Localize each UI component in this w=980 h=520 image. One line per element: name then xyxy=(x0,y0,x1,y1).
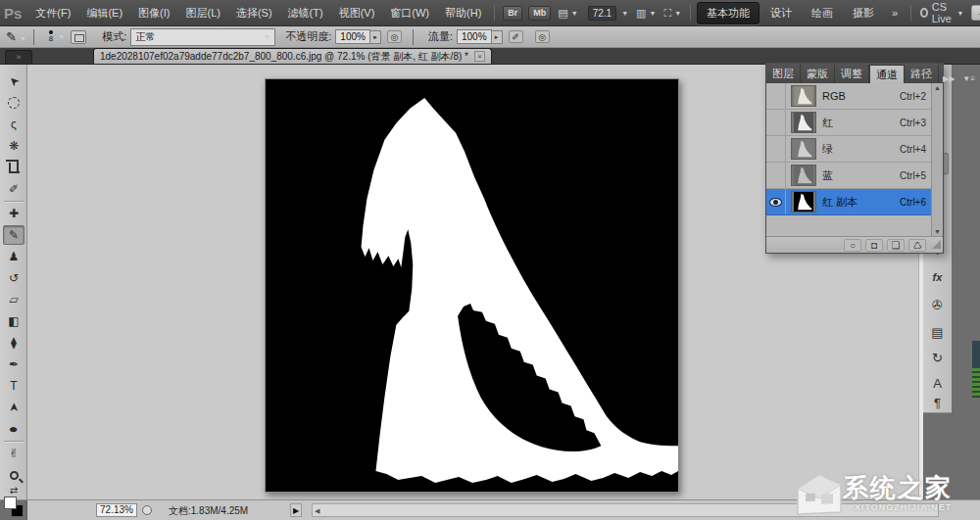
delete-channel-button[interactable]: ♺ xyxy=(908,239,926,252)
minimize-button[interactable]: — xyxy=(972,6,980,20)
opacity-slider-button[interactable]: ▸ xyxy=(370,30,381,44)
history-brush-tool[interactable]: ↺ xyxy=(3,268,24,288)
tab-layers[interactable]: 图层 xyxy=(766,65,801,83)
save-as-channel-button[interactable]: ◘ xyxy=(865,239,883,252)
channels-footer: ○ ◘ ❏ ♺ xyxy=(766,236,943,253)
load-selection-button[interactable]: ○ xyxy=(844,239,861,252)
visibility-toggle[interactable] xyxy=(766,110,786,135)
history-brush-tool-icon: ↺ xyxy=(9,272,19,284)
channel-thumbnail xyxy=(791,138,816,160)
tab-channels[interactable]: 通道 xyxy=(869,65,905,83)
menu-file[interactable]: 文件(F) xyxy=(27,0,78,25)
visibility-toggle[interactable] xyxy=(766,136,786,162)
clone-stamp-tool[interactable]: ♟ xyxy=(3,247,24,266)
eraser-tool[interactable]: ▱ xyxy=(3,290,24,309)
dock-info-button[interactable]: ▤ xyxy=(926,321,949,343)
status-zoom-input[interactable]: 72.13% xyxy=(96,503,137,517)
channel-row-red[interactable]: 红 Ctrl+3 xyxy=(766,110,931,136)
workspace-photography[interactable]: 摄影 xyxy=(844,3,883,24)
zoom-level-dropdown[interactable]: 72.1 ▼ xyxy=(586,6,628,21)
arrange-documents-button[interactable]: ▥▼ xyxy=(636,7,656,20)
tab-paths[interactable]: 路径 xyxy=(905,65,939,83)
scroll-left-icon[interactable]: ◀ xyxy=(315,507,319,515)
crop-tool[interactable] xyxy=(3,158,24,177)
canvas[interactable] xyxy=(265,78,679,493)
view-extras-button[interactable]: ▤▼ xyxy=(558,7,577,20)
screen-mode-button[interactable]: ⛶▼ xyxy=(663,7,681,20)
mode-select[interactable]: 正常 ▼ xyxy=(130,28,275,46)
marquee-tool[interactable] xyxy=(3,93,24,113)
zoom-tool[interactable] xyxy=(3,465,24,485)
collapse-panel-button[interactable]: ▶▶ xyxy=(943,74,955,83)
blur-tool[interactable]: ⧫ xyxy=(3,333,24,353)
workspace-painting[interactable]: 绘画 xyxy=(803,3,842,24)
swap-colors-button[interactable]: ⇄ xyxy=(3,485,24,496)
dock-fx-button[interactable]: fx xyxy=(926,266,949,288)
channel-row-blue[interactable]: 蓝 Ctrl+5 xyxy=(766,163,931,189)
status-popup-button[interactable]: ▶ xyxy=(290,503,302,517)
bridge-button[interactable]: Br xyxy=(503,6,522,21)
airbrush-button[interactable]: ✐ xyxy=(509,30,523,43)
shape-tool[interactable]: ● xyxy=(3,419,24,439)
menu-layer[interactable]: 图层(L) xyxy=(177,0,227,25)
tab-adjustments[interactable]: 调整 xyxy=(835,65,869,83)
dock-3d-rotate-button[interactable]: ↻ xyxy=(926,347,949,368)
flow-input[interactable]: 100% xyxy=(457,29,492,44)
resize-grip[interactable] xyxy=(932,240,941,249)
workspace-design[interactable]: 设计 xyxy=(761,3,801,24)
path-selection-tool[interactable]: ➤ xyxy=(3,398,24,417)
tab-close-button[interactable]: × xyxy=(474,51,485,62)
panel-scrollbar[interactable]: ▲ ▼ xyxy=(931,83,943,236)
panel-menu-button[interactable]: ▼≡ xyxy=(962,74,975,83)
dock-character-button[interactable]: A xyxy=(926,372,949,394)
tool-preset-picker[interactable]: ✎▼ xyxy=(6,29,26,44)
brush-tool[interactable]: ✎ xyxy=(3,225,24,245)
quick-selection-tool[interactable]: ❋ xyxy=(3,136,24,156)
cs-live-button[interactable]: CS Live ▼ xyxy=(920,1,963,24)
menu-filter[interactable]: 滤镜(T) xyxy=(280,0,331,25)
menu-edit[interactable]: 编辑(E) xyxy=(78,0,130,25)
tab-masks[interactable]: 蒙版 xyxy=(801,65,835,83)
lasso-tool[interactable]: ς xyxy=(3,115,24,134)
scroll-down-icon[interactable]: ▼ xyxy=(934,228,941,235)
hand-tool[interactable]: ✌ xyxy=(3,444,24,463)
scroll-up-icon[interactable]: ▲ xyxy=(934,84,941,91)
zoom-tool-icon xyxy=(10,471,19,480)
move-tool[interactable]: ➤ xyxy=(3,71,24,91)
visibility-toggle[interactable] xyxy=(766,189,786,214)
toggle-brush-panel-button[interactable] xyxy=(71,30,86,44)
gradient-tool[interactable]: ◧ xyxy=(3,311,24,331)
new-channel-button[interactable]: ❏ xyxy=(887,239,905,252)
brush-icon: ✎ xyxy=(6,29,17,44)
foreground-color-swatch[interactable] xyxy=(4,496,17,509)
menu-view[interactable]: 视图(V) xyxy=(331,0,383,25)
document-tab[interactable]: 1de2028107ef02a79adde77dc2b7_800_800.c6.… xyxy=(93,48,492,64)
spot-healing-tool[interactable]: ✚ xyxy=(3,204,24,223)
pressure-opacity-button[interactable]: ◎ xyxy=(387,30,402,43)
cs-live-icon xyxy=(920,8,928,18)
channel-row-rgb[interactable]: RGB Ctrl+2 xyxy=(766,83,931,110)
watermark-title: 系统之家 xyxy=(843,471,953,505)
channel-row-green[interactable]: 绿 Ctrl+4 xyxy=(766,136,931,163)
workspace-more-button[interactable]: » xyxy=(884,0,906,25)
type-tool[interactable]: T xyxy=(3,376,24,396)
marquee-tool-icon xyxy=(8,97,20,109)
menu-image[interactable]: 图像(I) xyxy=(130,0,177,25)
pen-tool[interactable]: ✒ xyxy=(3,355,24,374)
tab-overflow-stub[interactable]: » xyxy=(5,50,32,64)
dock-clone-source-button[interactable]: ✇ xyxy=(926,294,949,315)
menu-help[interactable]: 帮助(H) xyxy=(437,0,489,25)
channel-row-red-copy[interactable]: 红 副本 Ctrl+6 xyxy=(766,189,931,215)
opacity-input[interactable]: 100% xyxy=(335,29,370,44)
brush-preset-picker[interactable]: 8 xyxy=(49,30,53,43)
menu-window[interactable]: 窗口(W) xyxy=(382,0,437,25)
flow-slider-button[interactable]: ▸ xyxy=(492,30,503,44)
mini-bridge-button[interactable]: Mb xyxy=(528,6,551,21)
menu-select[interactable]: 选择(S) xyxy=(228,0,280,25)
visibility-toggle[interactable] xyxy=(766,163,786,188)
eyedropper-tool[interactable]: ✐ xyxy=(3,179,24,199)
dock-paragraph-button[interactable]: ¶ xyxy=(926,392,949,413)
visibility-toggle[interactable] xyxy=(766,83,786,109)
pressure-size-button[interactable]: ◎ xyxy=(535,30,550,43)
workspace-essentials[interactable]: 基本功能 xyxy=(697,2,760,24)
